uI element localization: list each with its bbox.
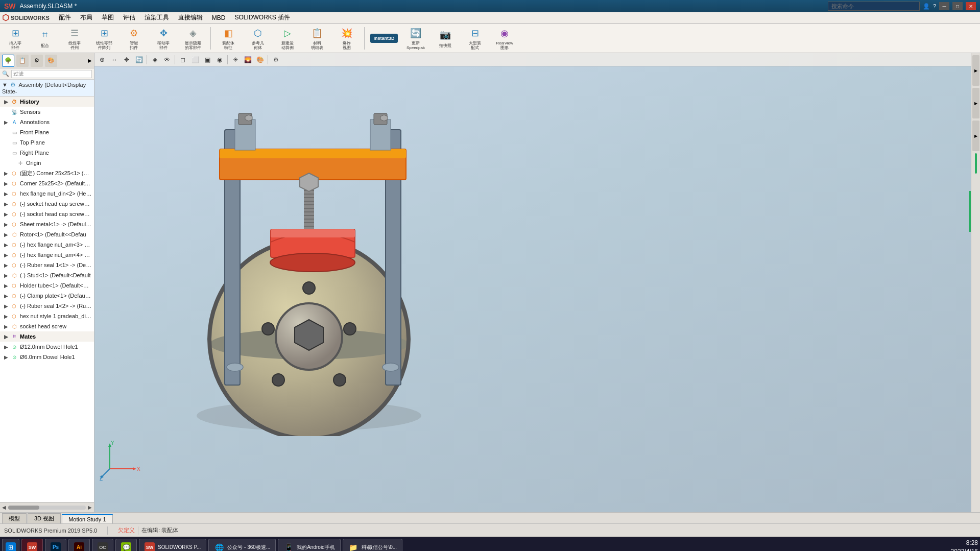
3d-view-tab[interactable]: 3D 视图	[28, 513, 61, 523]
tree-item-stud[interactable]: ▶ ⬡ (-) Stud<1> (Default<Default	[0, 270, 94, 280]
vp-shaded-button[interactable]: ◉	[214, 54, 225, 65]
move-component-label: 移动零部件	[157, 41, 170, 51]
tree-item-ruber-seal1[interactable]: ▶ ⬡ (-) Ruber seal 1<1> -> (Defau	[0, 260, 94, 270]
tree-item-dowel-hole-12[interactable]: ▶ ⊙ Ø12.0mm Dowel Hole1	[0, 342, 94, 352]
menu-item-0[interactable]: 配件	[55, 12, 75, 23]
tree-item-front-plane[interactable]: ▭ Front Plane	[0, 127, 94, 137]
tree-scrollbar[interactable]: ◀ ▶	[0, 502, 94, 512]
model-tab[interactable]: 模型	[2, 513, 27, 523]
right-panel-btn-1[interactable]: ▶	[972, 55, 979, 86]
taskbar-explorer[interactable]: 📁 科\微信公号\0...	[343, 539, 402, 552]
menu-item-5[interactable]: 直接编辑	[174, 12, 207, 23]
pattern-button[interactable]: ⊞ 线性零部件阵列	[91, 25, 117, 52]
speedpak-button[interactable]: 🔄 更新Speedpak	[402, 25, 429, 52]
tree-item-hex-nut2[interactable]: ▶ ⬡ hex flange nut_din<2> (Hexag	[0, 188, 94, 199]
taskbar-illustrator[interactable]: Ai	[68, 539, 90, 552]
mate-button[interactable]: ⌗ 配合	[32, 25, 58, 52]
scroll-thumb[interactable]	[8, 506, 39, 510]
vp-hidden-lines-button[interactable]: ▣	[202, 54, 213, 65]
vp-zoom-fit-button[interactable]: ⊕	[97, 54, 108, 65]
tree-item-socket-head-screw[interactable]: ▶ ⬡ socket head screw	[0, 321, 94, 331]
vp-wireframe-button[interactable]: ⬜	[189, 54, 201, 65]
menu-item-2[interactable]: 草图	[98, 12, 118, 23]
tree-item-origin[interactable]: ✛ Origin	[0, 158, 94, 168]
tree-item-socket2[interactable]: ▶ ⬡ (-) socket head cap screw_am-	[0, 209, 94, 219]
vp-scene-button[interactable]: 🌄	[242, 54, 253, 65]
config-tab[interactable]: ⚙	[31, 55, 43, 67]
insert-component-button[interactable]: ⊞ 插入零部件	[2, 25, 29, 52]
menu-item-3[interactable]: 评估	[119, 12, 139, 23]
right-panel-btn-3[interactable]: ▶	[972, 121, 979, 151]
tree-item-sensors[interactable]: 📡 Sensors	[0, 107, 94, 117]
smart-fastener-icon: ⚙	[127, 26, 141, 40]
tree-item-right-plane[interactable]: ▭ Right Plane	[0, 148, 94, 158]
tree-item-clamp-plate[interactable]: ▶ ⬡ (-) Clamp plate<1> (Default<<	[0, 291, 94, 301]
taskbar-solidworks2[interactable]: SW SOLIDWORKS P...	[139, 539, 206, 552]
tree-item-rotor[interactable]: ▶ ⬡ Rotor<1> (Default<<Defau	[0, 229, 94, 239]
menu-item-4[interactable]: 渲染工具	[140, 12, 173, 23]
start-button[interactable]: ⊞	[2, 539, 19, 552]
tree-item-sheet-metal[interactable]: ▶ ⬡ Sheet metal<1> -> (Default<<	[0, 219, 94, 229]
snapshot-button[interactable]: 📷 拍快照	[432, 25, 459, 52]
close-button[interactable]: ✕	[966, 2, 976, 10]
tree-item-holder-tube[interactable]: ▶ ⬡ Holder tube<1> (Default<<De	[0, 280, 94, 291]
tree-item-hex-nut3[interactable]: ▶ ⬡ (-) hex flange nut_am<3> (B18	[0, 239, 94, 250]
tree-item-ruber-seal2[interactable]: ▶ ⬡ (-) Ruber seal 1<2> -> (Ruber	[0, 301, 94, 311]
taskbar-oc[interactable]: OC	[92, 539, 113, 552]
viewport[interactable]: ⊕ ↔ ✥ 🔄 ◈ 👁 ◻ ⬜ ▣ ◉ ☀ 🌄 🎨 ⚙	[94, 53, 971, 512]
tree-root-arrow[interactable]: ▼	[2, 82, 8, 88]
right-panel-btn-2[interactable]: ▶	[972, 88, 979, 118]
scroll-left-icon[interactable]: ◀	[2, 505, 6, 510]
realview-button[interactable]: ◉ RealView图形	[491, 25, 518, 52]
filter-input[interactable]	[11, 70, 92, 78]
tree-item-hex-nut-style[interactable]: ▶ ⬡ hex nut style 1 gradeab_din<2	[0, 311, 94, 321]
bom-button[interactable]: 📋 材料明细表	[304, 25, 330, 52]
search-input[interactable]	[828, 2, 920, 11]
show-hide-button[interactable]: ◈ 显示隐藏的零部件	[180, 25, 206, 52]
move-component-button[interactable]: ✥ 移动零部件	[150, 25, 177, 52]
vp-display-mode-button[interactable]: ◻	[177, 54, 188, 65]
vp-zoom-area-button[interactable]: ↔	[109, 54, 120, 65]
menu-item-7[interactable]: SOLIDWORKS 插件	[230, 12, 294, 23]
feature-tree-tab[interactable]: 🌳	[2, 55, 14, 67]
tree-item-top-plane[interactable]: ▭ Top Plane	[0, 137, 94, 148]
tree-item-mates[interactable]: ▶ ⌗ Mates	[0, 331, 94, 342]
taskbar-solidworks-icon[interactable]: SW	[21, 539, 43, 552]
maximize-button[interactable]: □	[952, 2, 963, 10]
instant3d-button[interactable]: Instant3D	[369, 25, 399, 52]
explode-button[interactable]: 💥 爆炸视图	[333, 25, 360, 52]
taskbar-photoshop[interactable]: Ps	[45, 539, 66, 552]
appearance-tab[interactable]: 🎨	[45, 55, 57, 67]
property-tab[interactable]: 📋	[16, 55, 29, 67]
vp-rotate-button[interactable]: 🔄	[133, 54, 145, 65]
new-motion-button[interactable]: ▷ 新建运动算例	[274, 25, 301, 52]
tree-item-hex-nut4[interactable]: ▶ ⬡ (-) hex flange nut_am<4> (B18	[0, 250, 94, 260]
tree-item-annotations[interactable]: ▶ A Annotations	[0, 117, 94, 127]
ref-geometry-button[interactable]: ⬡ 参考几何体	[245, 25, 271, 52]
panel-tab-arrow[interactable]: ▶	[88, 58, 92, 63]
smart-fastener-button[interactable]: ⚙ 智能扣件	[121, 25, 147, 52]
vp-section-button[interactable]: ◈	[149, 54, 160, 65]
assembly-feature-button[interactable]: ◧ 装配体特征	[215, 25, 242, 52]
taskbar-wechat[interactable]: 💬	[115, 539, 137, 552]
tree-item-corner1[interactable]: ▶ ⬡ (固定) Corner 25x25<1> (Defa	[0, 168, 94, 178]
tree-item-socket1[interactable]: ▶ ⬡ (-) socket head cap screw_am-	[0, 199, 94, 209]
taskbar-chrome[interactable]: 🌐 公众号 - 360极速...	[208, 539, 276, 552]
tree-item-corner2[interactable]: ▶ ⬡ Corner 25x25<2> (Default<<D	[0, 178, 94, 188]
taskbar-phone[interactable]: 📱 我的Android手机	[278, 539, 340, 552]
menu-item-6[interactable]: MBD	[208, 13, 230, 22]
large-assembly-button[interactable]: ⊟ 大型装配式	[462, 25, 488, 52]
tree-item-history[interactable]: ▶ ⏱ History	[0, 97, 94, 107]
vp-lights-button[interactable]: ☀	[230, 54, 241, 65]
vp-settings-button[interactable]: ⚙	[270, 54, 281, 65]
linear-list-button[interactable]: ☰ 线性零件列	[61, 25, 88, 52]
statusbar: SOLIDWORKS Premium 2019 SP5.0 欠定义 在编辑: 装…	[0, 523, 980, 537]
vp-hide-button[interactable]: 👁	[161, 54, 173, 65]
motion-study-tab[interactable]: Motion Study 1	[62, 514, 112, 523]
menu-item-1[interactable]: 布局	[76, 12, 97, 23]
vp-pan-button[interactable]: ✥	[121, 54, 132, 65]
minimize-button[interactable]: ─	[939, 2, 949, 10]
scroll-right-icon[interactable]: ▶	[88, 505, 92, 510]
tree-item-dowel-hole-6[interactable]: ▶ ⊙ Ø6.0mm Dowel Hole1	[0, 352, 94, 362]
vp-appearance-button[interactable]: 🎨	[254, 54, 266, 65]
